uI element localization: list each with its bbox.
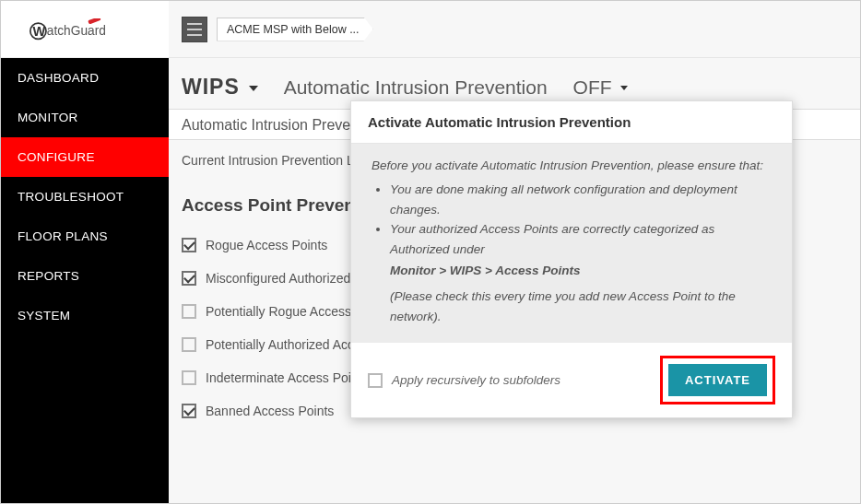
brand-logo: W atchGuard [1, 1, 169, 58]
svg-text:W: W [32, 23, 45, 38]
modal-path: Monitor > WIPS > Access Points [390, 261, 772, 281]
modal-intro: Before you activate Automatic Intrusion … [372, 158, 772, 172]
sidebar-item-floorplans[interactable]: FLOOR PLANS [1, 217, 169, 256]
checkbox[interactable] [182, 238, 196, 252]
list-item-label: Misconfigured Authorized A [206, 271, 362, 286]
breadcrumb[interactable]: ACME MSP with Below ... [217, 18, 373, 41]
modal-body: Before you activate Automatic Intrusion … [351, 144, 792, 343]
checkbox[interactable] [182, 404, 196, 418]
activate-button[interactable]: ACTIVATE [668, 364, 767, 396]
sidebar-item-configure[interactable]: CONFIGURE [1, 137, 169, 177]
modal-bullet-text: Your authorized Access Points are correc… [390, 222, 714, 256]
sidebar-nav: DASHBOARD MONITOR CONFIGURE TROUBLESHOOT… [1, 58, 169, 503]
activate-modal: Activate Automatic Intrusion Prevention … [350, 100, 793, 418]
apply-recursive-checkbox[interactable] [368, 373, 383, 388]
modal-footer: Apply recursively to subfolders ACTIVATE [351, 343, 792, 417]
list-item-label: Potentially Rogue Access Po [206, 304, 371, 319]
apply-recursive-label: Apply recursively to subfolders [392, 373, 560, 387]
checkbox[interactable] [182, 337, 196, 352]
list-item-label: Rogue Access Points [206, 238, 327, 252]
sidebar-item-reports[interactable]: REPORTS [1, 256, 169, 296]
checkbox[interactable] [182, 370, 196, 385]
sidebar-item-troubleshoot[interactable]: TROUBLESHOOT [1, 177, 169, 217]
modal-title: Activate Automatic Intrusion Prevention [351, 101, 792, 144]
apply-recursive-row: Apply recursively to subfolders [368, 373, 560, 388]
modal-bullet: You are done making all network configur… [390, 180, 772, 219]
status-label: OFF [573, 76, 612, 98]
checkbox[interactable] [182, 304, 196, 319]
wips-label: WIPS [182, 75, 240, 99]
aip-label: Automatic Intrusion Prevention [284, 76, 548, 99]
list-item-label: Indeterminate Access Points [206, 370, 369, 385]
modal-bullet: Your authorized Access Points are correc… [390, 219, 772, 326]
sidebar-item-monitor[interactable]: MONITOR [1, 98, 169, 137]
status-dropdown[interactable]: OFF [573, 76, 629, 99]
sidebar-item-system[interactable]: SYSTEM [1, 296, 169, 335]
modal-note: (Please check this every time you add ne… [390, 287, 772, 326]
list-item-label: Banned Access Points [206, 404, 334, 418]
sidebar-item-dashboard[interactable]: DASHBOARD [1, 58, 169, 98]
chevron-down-icon [620, 86, 628, 90]
chevron-down-icon [249, 86, 258, 91]
checkbox[interactable] [182, 271, 196, 286]
menu-icon[interactable] [182, 17, 207, 42]
topbar: ACME MSP with Below ... [169, 1, 860, 58]
wips-dropdown[interactable]: WIPS [182, 75, 258, 100]
activate-highlight: ACTIVATE [660, 356, 775, 404]
svg-text:atchGuard: atchGuard [47, 24, 106, 38]
